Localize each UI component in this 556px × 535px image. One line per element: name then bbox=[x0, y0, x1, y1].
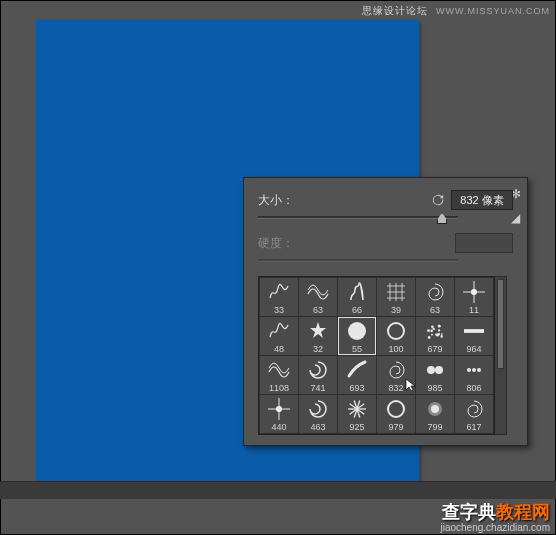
brush-size-label: 440 bbox=[260, 422, 298, 432]
brush-thumb-icon bbox=[457, 280, 491, 304]
brush-thumb-icon bbox=[262, 280, 296, 304]
brush-size-label: 799 bbox=[416, 422, 454, 432]
brush-size-label: 832 bbox=[377, 383, 415, 393]
brush-preset[interactable]: 55 bbox=[338, 317, 376, 355]
brush-size-label: 617 bbox=[455, 422, 493, 432]
brush-size-label: 693 bbox=[338, 383, 376, 393]
brush-preset[interactable]: 63 bbox=[416, 278, 454, 316]
brush-preset[interactable]: 11 bbox=[455, 278, 493, 316]
brand-url: jiaocheng.chazidian.com bbox=[440, 522, 550, 533]
svg-point-11 bbox=[428, 336, 431, 339]
brush-preset[interactable]: 440 bbox=[260, 395, 298, 433]
brush-size-label: 985 bbox=[416, 383, 454, 393]
hardness-preview bbox=[455, 233, 513, 253]
svg-point-21 bbox=[427, 366, 435, 374]
brush-preset-grid: 3363663963114832551006799641108741693832… bbox=[258, 276, 495, 435]
brush-size-label: 463 bbox=[299, 422, 337, 432]
svg-point-17 bbox=[427, 329, 430, 332]
svg-point-14 bbox=[441, 333, 443, 335]
brush-preset-panel: ✻ ◢ 大小： 832 像素 硬度： 336366396311483255100… bbox=[243, 177, 528, 446]
brand-text-a: 查字典 bbox=[442, 502, 496, 522]
svg-point-23 bbox=[467, 368, 471, 372]
svg-point-41 bbox=[431, 405, 439, 413]
brush-thumb-icon bbox=[418, 358, 452, 382]
brush-thumb-icon bbox=[301, 397, 335, 421]
watermark-text: 思缘设计论坛 bbox=[362, 5, 428, 16]
brush-size-label: 55 bbox=[338, 344, 376, 354]
brush-thumb-icon bbox=[379, 280, 413, 304]
brush-size-label: 100 bbox=[377, 344, 415, 354]
svg-rect-20 bbox=[464, 331, 484, 332]
size-slider-thumb[interactable] bbox=[437, 213, 447, 224]
brush-preset[interactable]: 925 bbox=[338, 395, 376, 433]
brush-thumb-icon bbox=[457, 319, 491, 343]
brush-preset[interactable]: 32 bbox=[299, 317, 337, 355]
site-watermark: 查字典教程网 jiaocheng.chazidian.com bbox=[440, 500, 550, 533]
brush-preset[interactable]: 679 bbox=[416, 317, 454, 355]
size-slider[interactable] bbox=[258, 216, 458, 219]
brush-thumb-icon bbox=[418, 319, 452, 343]
size-label: 大小： bbox=[258, 192, 296, 209]
brush-size-label: 806 bbox=[455, 383, 493, 393]
watermark-url: WWW.MISSYUAN.COM bbox=[436, 6, 550, 16]
svg-point-5 bbox=[438, 329, 440, 331]
svg-point-12 bbox=[430, 330, 433, 333]
brush-thumb-icon bbox=[262, 319, 296, 343]
brush-preset[interactable]: 693 bbox=[338, 356, 376, 394]
brush-size-label: 979 bbox=[377, 422, 415, 432]
brush-preset[interactable]: 100 bbox=[377, 317, 415, 355]
svg-point-16 bbox=[431, 334, 433, 336]
svg-point-15 bbox=[437, 333, 440, 336]
brush-thumb-icon bbox=[418, 397, 452, 421]
brush-preset[interactable]: 48 bbox=[260, 317, 298, 355]
brush-thumb-icon bbox=[340, 358, 374, 382]
brush-thumb-icon bbox=[457, 358, 491, 382]
brush-thumb-icon bbox=[379, 319, 413, 343]
brush-preset[interactable]: 985 bbox=[416, 356, 454, 394]
svg-point-25 bbox=[477, 368, 481, 372]
brush-preset[interactable]: 617 bbox=[455, 395, 493, 433]
brush-size-label: 39 bbox=[377, 305, 415, 315]
brush-size-label: 32 bbox=[299, 344, 337, 354]
brush-size-label: 63 bbox=[299, 305, 337, 315]
brush-thumb-icon bbox=[340, 319, 374, 343]
brush-preset[interactable]: 979 bbox=[377, 395, 415, 433]
hardness-label: 硬度： bbox=[258, 235, 296, 252]
brush-preset[interactable]: 66 bbox=[338, 278, 376, 316]
brush-preset[interactable]: 799 bbox=[416, 395, 454, 433]
source-watermark: 思缘设计论坛 WWW.MISSYUAN.COM bbox=[362, 4, 550, 18]
reset-size-icon[interactable] bbox=[431, 193, 445, 207]
svg-point-24 bbox=[472, 368, 476, 372]
brush-thumb-icon bbox=[262, 358, 296, 382]
brush-thumb-icon bbox=[301, 358, 335, 382]
status-bar bbox=[0, 481, 556, 499]
brush-size-label: 48 bbox=[260, 344, 298, 354]
brush-grid-scrollbar[interactable] bbox=[495, 276, 507, 435]
scrollbar-thumb[interactable] bbox=[497, 279, 504, 369]
brush-thumb-icon bbox=[301, 319, 335, 343]
svg-point-3 bbox=[348, 322, 366, 340]
size-input[interactable]: 832 像素 bbox=[451, 190, 513, 210]
svg-point-4 bbox=[388, 323, 404, 339]
brush-preset[interactable]: 39 bbox=[377, 278, 415, 316]
brush-size-label: 11 bbox=[455, 305, 493, 315]
brush-preset[interactable]: 33 bbox=[260, 278, 298, 316]
brush-preset[interactable]: 806 bbox=[455, 356, 493, 394]
brush-size-label: 1108 bbox=[260, 383, 298, 393]
brush-size-label: 679 bbox=[416, 344, 454, 354]
brush-thumb-icon bbox=[262, 397, 296, 421]
brush-thumb-icon bbox=[457, 397, 491, 421]
hardness-slider[interactable] bbox=[258, 259, 458, 262]
brush-thumb-icon bbox=[379, 358, 413, 382]
brush-preset[interactable]: 1108 bbox=[260, 356, 298, 394]
svg-point-18 bbox=[431, 325, 434, 328]
svg-point-39 bbox=[388, 401, 404, 417]
brush-size-label: 33 bbox=[260, 305, 298, 315]
svg-point-13 bbox=[441, 335, 443, 337]
brush-preset[interactable]: 741 bbox=[299, 356, 337, 394]
brush-preset[interactable]: 63 bbox=[299, 278, 337, 316]
brush-preset[interactable]: 964 bbox=[455, 317, 493, 355]
brush-preset[interactable]: 463 bbox=[299, 395, 337, 433]
brush-size-label: 63 bbox=[416, 305, 454, 315]
brush-preset[interactable]: 832 bbox=[377, 356, 415, 394]
